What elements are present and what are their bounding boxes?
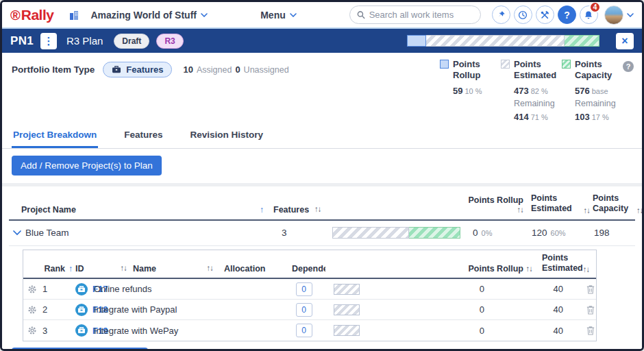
- estimated-remaining-value: 414: [514, 112, 529, 122]
- trash-icon: [586, 305, 595, 315]
- capacity-swatch-icon: [562, 60, 571, 69]
- close-plan-button[interactable]: ×: [616, 33, 634, 49]
- kebab-icon: ⋮: [43, 35, 53, 47]
- legend-points-estimated: Points Estimated 47382 % Remaining 41471…: [501, 59, 553, 124]
- assigned-value: 10: [183, 64, 193, 75]
- column-header-points-estimated[interactable]: Points Estimated ↑↓: [525, 193, 590, 215]
- add-features-button[interactable]: Add Features to Project Plan: [12, 348, 148, 351]
- unassigned-label: Unassigned: [244, 65, 289, 75]
- delete-feature-button[interactable]: [584, 305, 597, 315]
- add-remove-projects-button[interactable]: Add / Remove Project(s) to Plan: [12, 156, 162, 176]
- plan-content: Portfolio Item Type Features 10 Assigned…: [2, 53, 642, 351]
- question-icon: ?: [626, 62, 631, 71]
- portfolio-type-pill[interactable]: Features: [103, 62, 172, 77]
- unassigned-value: 0: [235, 64, 240, 75]
- column-header-features[interactable]: Features ↑↓: [268, 205, 330, 215]
- legend-points-capacity: Points Capacity 576base Remaining 10317 …: [562, 59, 614, 124]
- feature-points-rollup: 0: [377, 304, 536, 315]
- legend-line: Capacity: [575, 70, 612, 81]
- chevron-down-icon: [290, 13, 297, 17]
- feature-points-estimated: 40: [536, 326, 584, 336]
- search-box[interactable]: [349, 5, 481, 24]
- tools-button[interactable]: [536, 5, 554, 24]
- sort-both-icon: ↑↓: [583, 265, 590, 274]
- legend-line: Points: [575, 59, 612, 70]
- gear-icon: [27, 305, 37, 315]
- progress-capacity-segment: [565, 35, 599, 47]
- plan-status-badge: Draft: [114, 34, 149, 49]
- gear-icon: [27, 326, 37, 335]
- row-gear-button[interactable]: [23, 285, 41, 294]
- project-name[interactable]: Blue Team: [25, 228, 268, 238]
- allocation-bar: [334, 325, 360, 336]
- rollup-unit: 10 %: [465, 87, 482, 95]
- legend-line: Points: [453, 59, 480, 70]
- feature-row: 2 F18 Integrate with Paypal 0 0 40: [23, 300, 596, 320]
- name-header-label: Name: [133, 264, 156, 274]
- tab-revision-history[interactable]: Revision History: [189, 126, 265, 148]
- column-header-project-name[interactable]: Project Name ↑: [9, 205, 268, 215]
- column-header-points-estimated[interactable]: Points Estimated ↑↓: [536, 253, 584, 274]
- points-capacity-header-line: Points: [593, 193, 628, 204]
- workspace-building-icon: [69, 10, 79, 21]
- rollup-value: 59: [453, 86, 462, 96]
- tab-project-breakdown[interactable]: Project Breakdown: [12, 126, 98, 148]
- legend-line: Rollup: [453, 70, 480, 81]
- delete-feature-button[interactable]: [584, 285, 597, 294]
- remaining-label: Remaining: [514, 97, 553, 110]
- row-gear-button[interactable]: [23, 305, 41, 315]
- feature-table: Rank ↑ ID ↑↓ Name ↑↓ Allocation Depender…: [23, 250, 597, 342]
- estimated-value: 473: [514, 86, 529, 96]
- feature-points-rollup: 0: [377, 326, 536, 336]
- feature-name: Integrate with WePay: [94, 326, 217, 336]
- sort-both-icon: ↑↓: [636, 206, 643, 215]
- help-button[interactable]: ?: [558, 5, 576, 24]
- feature-points-estimated: 40: [536, 304, 584, 315]
- column-header-id[interactable]: ID ↑↓: [66, 264, 129, 274]
- assigned-count: 10 Assigned 0 Unassigned: [183, 64, 288, 75]
- features-header-label: Features: [273, 205, 309, 215]
- column-header-name[interactable]: Name ↑↓: [129, 264, 217, 274]
- rally-logo[interactable]: ® Rally: [10, 7, 53, 23]
- estimated-swatch-icon: [501, 60, 510, 69]
- user-menu-chevron-icon[interactable]: [627, 13, 634, 17]
- capacity-unit: base: [592, 87, 608, 95]
- column-header-points-rollup[interactable]: Points Rollup ↑↓: [377, 264, 536, 274]
- feature-name: Online refunds: [94, 284, 217, 294]
- portfolio-type-value: Features: [126, 64, 163, 75]
- delete-feature-button[interactable]: [584, 326, 597, 335]
- expand-collapse-button[interactable]: [9, 230, 25, 235]
- rollup-swatch-icon: [440, 60, 449, 69]
- clock-icon: [518, 10, 528, 20]
- row-gear-button[interactable]: [23, 326, 41, 335]
- notifications-button[interactable]: 4: [580, 5, 598, 24]
- sort-both-icon: ↑↓: [526, 265, 533, 273]
- rally-logo-mark-icon: ®: [10, 8, 21, 22]
- feature-name: Integrate with Paypal: [94, 304, 217, 315]
- search-input[interactable]: [369, 10, 473, 20]
- dependencies-count-button[interactable]: 0: [296, 282, 312, 296]
- topbar: ® Rally Amazing World of Stuff Menu: [2, 2, 642, 27]
- history-button[interactable]: [514, 5, 532, 24]
- tab-features[interactable]: Features: [123, 126, 164, 148]
- briefcase-icon: [112, 65, 121, 73]
- project-points-capacity: 198: [590, 228, 635, 238]
- plan-release-badge[interactable]: R3: [156, 34, 183, 49]
- dependencies-count-button[interactable]: 0: [296, 303, 312, 317]
- rank-header-label: Rank: [44, 264, 65, 274]
- column-header-allocation[interactable]: Allocation: [217, 264, 282, 274]
- column-header-dependencies[interactable]: Depender: [282, 264, 325, 274]
- plan-id: PN1: [10, 34, 34, 48]
- menu-dropdown[interactable]: Menu: [260, 10, 297, 21]
- sort-both-icon: ↑↓: [314, 205, 321, 215]
- feature-rank: 3: [41, 326, 75, 336]
- dependencies-count-button[interactable]: 0: [296, 324, 312, 337]
- workspace-selector[interactable]: Amazing World of Stuff: [90, 10, 208, 21]
- plan-menu-button[interactable]: ⋮: [40, 33, 57, 49]
- legend-help-button[interactable]: ?: [623, 61, 634, 72]
- pin-button[interactable]: [492, 5, 510, 24]
- column-header-points-rollup[interactable]: Points Rollup ↑↓: [463, 195, 525, 215]
- column-header-points-capacity[interactable]: Points Capacity ↑↓: [590, 193, 635, 215]
- feature-row: 1 F17 Online refunds 0 0 40: [23, 279, 596, 300]
- user-avatar[interactable]: [604, 5, 623, 25]
